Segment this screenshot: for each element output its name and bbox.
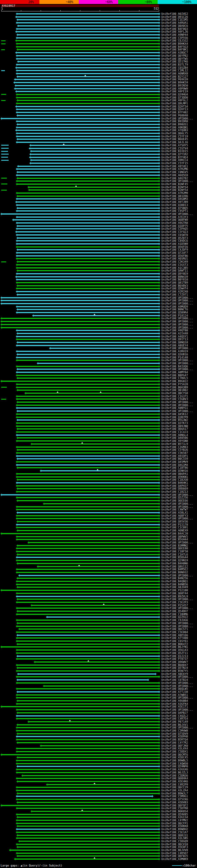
- hit-bar[interactable]: [31, 162, 159, 164]
- hit-bar[interactable]: [17, 202, 159, 203]
- hit-label[interactable]: UniRef100_UPI000...: [161, 368, 193, 371]
- hit-label[interactable]: UniRef100_C4R5D7: [161, 852, 188, 855]
- hit-bar[interactable]: [17, 407, 159, 409]
- hit-label[interactable]: UniRef100_Q45K12: [161, 412, 188, 416]
- hit-label[interactable]: UniRef100_C7BVL5: [161, 377, 188, 380]
- hit-row[interactable]: UniRef100_C5K587: [0, 452, 197, 455]
- hit-bar[interactable]: [17, 440, 159, 441]
- hit-bar[interactable]: [18, 437, 159, 438]
- hit-bar[interactable]: [18, 115, 159, 116]
- hit-row[interactable]: UniRef100_Q1DP75: [0, 224, 197, 227]
- hit-label[interactable]: UniRef100_P32100: [161, 589, 188, 592]
- hit-bar[interactable]: [17, 718, 159, 719]
- hit-bar[interactable]: [17, 234, 159, 236]
- hit-row[interactable]: UniRef100_Q9LMP1: [0, 102, 197, 105]
- hit-row[interactable]: UniRef100_C4R5D7: [0, 852, 197, 855]
- hit-label[interactable]: UniRef100_B2WF45: [161, 183, 188, 186]
- hit-row[interactable]: UniRef100_C6SW70: [0, 234, 197, 237]
- hit-bar[interactable]: [17, 515, 159, 516]
- hit-row[interactable]: UniRef100_Q6CC29: [0, 786, 197, 789]
- hit-row[interactable]: UniRef100_A8NYG1: [0, 406, 197, 409]
- hit-row[interactable]: UniRef100_C7BVL5: [0, 377, 197, 380]
- hit-bar[interactable]: [18, 49, 159, 50]
- hit-bar[interactable]: [17, 482, 159, 484]
- hit-row[interactable]: UniRef100_P87149: [0, 720, 197, 723]
- hit-bar[interactable]: [18, 249, 159, 250]
- hit-row[interactable]: UniRef100_B2WY54: [0, 188, 197, 191]
- hit-bar[interactable]: [18, 623, 159, 624]
- hit-row[interactable]: UniRef100_A5DKK8: [0, 825, 197, 828]
- hit-label[interactable]: UniRef100_Q8NQ18: [161, 341, 188, 344]
- hit-label[interactable]: UniRef100_Q81U96: [161, 195, 188, 198]
- hit-label[interactable]: UniRef100_Q6BJ31: [161, 834, 188, 837]
- hit-bar[interactable]: [17, 70, 159, 71]
- hit-label[interactable]: UniRef100_Q7Y1R2: [161, 153, 188, 156]
- hit-label[interactable]: UniRef100_C1E1M5: [161, 18, 188, 21]
- hit-row[interactable]: UniRef100_A5E0F3: [0, 845, 197, 848]
- hit-label[interactable]: UniRef100_C6TB24: [161, 678, 188, 681]
- hit-label[interactable]: UniRef100_A9T4E1: [161, 165, 188, 168]
- hit-label[interactable]: UniRef100_B3TLT9: [161, 63, 188, 66]
- hit-label[interactable]: UniRef100_A7T400: [161, 637, 188, 640]
- hit-bar[interactable]: [17, 360, 159, 361]
- hit-row[interactable]: UniRef100_UPI000...: [0, 502, 197, 505]
- hit-row[interactable]: UniRef100_A3GFK4: [0, 702, 197, 706]
- hit-row[interactable]: UniRef100_Q59NP0: [0, 765, 197, 768]
- hit-label[interactable]: UniRef100_UPI000...: [161, 323, 193, 326]
- hit-row[interactable]: UniRef100_B5GH44: [0, 538, 197, 541]
- hit-label[interactable]: UniRef100_Q75DV9: [161, 732, 188, 735]
- hit-row[interactable]: UniRef100_A5DC45: [0, 756, 197, 759]
- hit-bar[interactable]: [17, 46, 159, 48]
- hit-bar[interactable]: [17, 413, 159, 415]
- hit-row[interactable]: UniRef100_A7E3Y3: [0, 216, 197, 219]
- hit-label[interactable]: UniRef100_A8P166: [161, 634, 188, 637]
- hit-row[interactable]: UniRef100_B4F0Q3: [0, 27, 197, 30]
- hit-label[interactable]: UniRef100_Q5TNJ4: [161, 666, 188, 670]
- hit-bar[interactable]: [23, 775, 159, 776]
- hit-row[interactable]: UniRef100_B6H3B9: [0, 386, 197, 389]
- hit-bar[interactable]: [17, 426, 159, 427]
- hit-bar[interactable]: [17, 306, 159, 307]
- hit-label[interactable]: UniRef100_B5G3W2: [161, 418, 188, 422]
- hit-row[interactable]: UniRef100_Q5ZJ56: [0, 496, 197, 499]
- hit-row[interactable]: UniRef100_B5RTQ4: [0, 738, 197, 741]
- hit-row[interactable]: UniRef100_B6HDX7: [0, 663, 197, 666]
- hit-label[interactable]: UniRef100_C1ML12: [161, 69, 188, 72]
- hit-bar[interactable]: [44, 503, 159, 504]
- hit-label[interactable]: UniRef100_C5DN36: [161, 774, 188, 777]
- hit-bar[interactable]: [17, 838, 159, 839]
- hit-bar[interactable]: [17, 387, 159, 388]
- hit-label[interactable]: UniRef100_Q5ZJ56: [161, 496, 188, 499]
- hit-row[interactable]: UniRef100_A7R2M6: [0, 167, 197, 170]
- hit-bar[interactable]: [17, 581, 159, 582]
- hit-row[interactable]: UniRef100_A8JH49: [0, 586, 197, 589]
- hit-row[interactable]: UniRef100_C9SPT1: [0, 209, 197, 213]
- hit-row[interactable]: UniRef100_A7SHY5: [0, 144, 197, 147]
- hit-label[interactable]: UniRef100_C6SW70: [161, 234, 188, 237]
- hit-row[interactable]: UniRef100_C5YF15: [0, 162, 197, 165]
- hit-bar[interactable]: [18, 587, 159, 588]
- hit-row[interactable]: UniRef100_A9TJB9: [0, 200, 197, 204]
- hit-label[interactable]: UniRef100_Q6EE66: [161, 499, 188, 502]
- hit-bar[interactable]: [2, 327, 159, 328]
- hit-label[interactable]: UniRef100_C0NGV5: [161, 170, 188, 174]
- hit-label[interactable]: UniRef100_B4H0N6: [161, 562, 188, 565]
- hit-label[interactable]: UniRef100_C8VDC6: [161, 239, 188, 242]
- hit-bar[interactable]: [18, 225, 159, 227]
- hit-label[interactable]: UniRef100_A8MY04: [161, 371, 188, 374]
- hit-bar[interactable]: [18, 195, 159, 197]
- hit-bar[interactable]: [17, 778, 159, 779]
- hit-label[interactable]: UniRef100_A9FGL2: [161, 99, 188, 102]
- hit-label[interactable]: UniRef100_P78737: [161, 657, 188, 660]
- hit-bar[interactable]: [17, 97, 159, 98]
- hit-row[interactable]: UniRef100_B9HK59: [0, 81, 197, 84]
- hit-bar[interactable]: [17, 638, 159, 639]
- hit-bar[interactable]: [17, 67, 159, 68]
- hit-label[interactable]: UniRef100_P18124: [161, 314, 188, 317]
- hit-row[interactable]: UniRef100_P69X39: [0, 78, 197, 81]
- hit-row[interactable]: UniRef100_C4QZL2: [0, 714, 197, 717]
- hit-row[interactable]: UniRef100_C1G371: [0, 395, 197, 398]
- hit-label[interactable]: UniRef100_B4NB56: [161, 583, 188, 586]
- hit-label[interactable]: UniRef100_Q5KKN1: [161, 475, 188, 478]
- hit-bar[interactable]: [44, 685, 159, 687]
